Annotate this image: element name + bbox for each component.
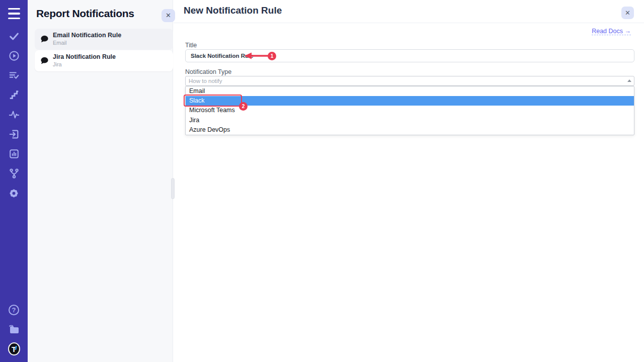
option-email[interactable]: Email <box>186 86 634 96</box>
select-placeholder: How to notify <box>189 78 222 84</box>
activity-icon[interactable] <box>8 109 20 121</box>
steps-icon[interactable] <box>8 89 20 101</box>
logo-t[interactable]: T <box>8 343 20 355</box>
close-icon[interactable]: ✕ <box>621 7 634 19</box>
header-divider <box>174 23 644 23</box>
app-window: ? T Report Notifications ✕ Email Notific… <box>0 0 644 362</box>
list-item-subtitle: Jira <box>53 61 62 67</box>
select-caret-icon <box>627 79 631 82</box>
play-circle-icon[interactable] <box>8 50 20 62</box>
icon-rail: ? T <box>0 0 28 362</box>
bar-chart-icon[interactable] <box>8 148 20 160</box>
rail-bottom: ? T <box>0 304 28 355</box>
check-icon[interactable] <box>8 30 20 42</box>
list-item-subtitle: Email <box>53 40 67 46</box>
option-microsoft-teams[interactable]: Microsoft Teams <box>186 106 634 115</box>
list-item-title: Jira Notification Rule <box>53 53 116 60</box>
page-title: New Notification Rule <box>184 5 282 16</box>
rail-nav <box>8 30 20 199</box>
chat-bubble-icon <box>40 57 49 64</box>
report-notifications-panel: Report Notifications ✕ Email Notificatio… <box>28 0 173 362</box>
title-input[interactable] <box>185 49 634 62</box>
option-azure-devops[interactable]: Azure DevOps <box>186 125 634 135</box>
title-field-label: Title <box>185 42 197 49</box>
option-slack[interactable]: Slack <box>186 96 634 106</box>
notification-type-select[interactable]: How to notify <box>185 76 634 86</box>
menu-icon[interactable] <box>8 8 20 19</box>
gear-icon[interactable] <box>8 187 20 199</box>
help-icon[interactable]: ? <box>8 304 20 316</box>
panel-resize-handle[interactable] <box>171 178 175 199</box>
option-jira[interactable]: Jira <box>186 116 634 125</box>
list-item-title: Email Notification Rule <box>53 32 121 39</box>
git-fork-icon[interactable] <box>8 167 20 179</box>
read-docs-link[interactable]: Read Docs → <box>592 28 631 35</box>
list-item-jira-rule[interactable]: Jira Notification Rule Jira <box>35 50 173 71</box>
playlist-check-icon[interactable] <box>8 69 20 81</box>
panel-title: Report Notifications <box>36 8 134 20</box>
notification-type-dropdown: Email Slack Microsoft Teams Jira Azure D… <box>185 86 634 135</box>
export-icon[interactable] <box>8 128 20 140</box>
panel-close-button[interactable]: ✕ <box>162 9 175 22</box>
list-item-email-rule[interactable]: Email Notification Rule Email <box>35 29 173 50</box>
new-notification-rule-view: New Notification Rule ✕ Read Docs → Titl… <box>174 0 644 362</box>
chat-bubble-icon <box>40 35 49 43</box>
folder-icon[interactable] <box>8 323 20 335</box>
type-field-label: Notification Type <box>185 68 231 75</box>
